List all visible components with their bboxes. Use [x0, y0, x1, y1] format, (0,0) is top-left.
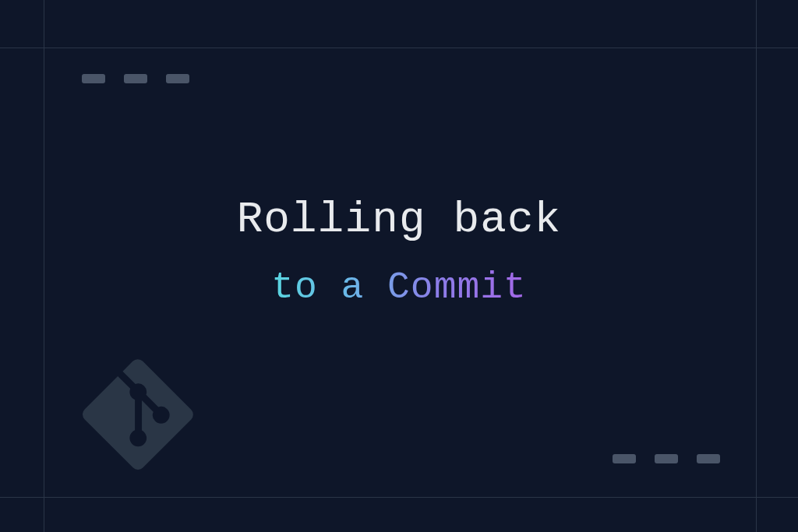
dash-icon	[655, 454, 678, 463]
git-icon	[83, 359, 193, 470]
grid-line-horizontal-bottom	[0, 497, 798, 498]
title-line-1: Rolling back	[0, 195, 798, 245]
title-line-2: to a Commit	[271, 266, 526, 308]
window-controls-top	[82, 74, 189, 83]
dash-icon	[613, 454, 636, 463]
dash-icon	[697, 454, 720, 463]
window-controls-bottom	[613, 454, 720, 463]
title-container: Rolling back to a Commit	[0, 195, 798, 308]
dash-icon	[82, 74, 105, 83]
dash-icon	[124, 74, 147, 83]
grid-line-horizontal-top	[0, 48, 798, 48]
dash-icon	[166, 74, 189, 83]
